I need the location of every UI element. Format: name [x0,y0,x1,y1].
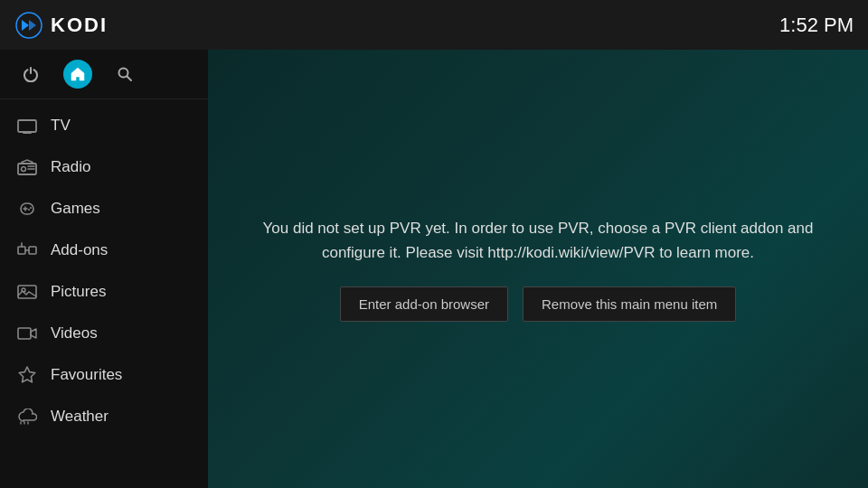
remove-menu-item-button[interactable]: Remove this main menu item [523,286,736,322]
sidebar-item-weather[interactable]: Weather [0,396,208,437]
enter-addon-browser-button[interactable]: Enter add-on browser [340,286,508,322]
radio-label: Radio [51,158,90,176]
svg-point-15 [28,209,30,211]
weather-label: Weather [51,408,108,426]
pictures-icon [16,281,38,303]
favourites-label: Favourites [51,366,122,384]
svg-point-9 [22,167,26,172]
videos-icon [16,323,38,344]
header: KODI 1:52 PM [0,0,868,50]
radio-icon [16,156,38,178]
header-left: KODI [14,11,108,40]
clock-display: 1:52 PM [779,14,854,37]
sidebar-item-pictures[interactable]: Pictures [0,271,208,313]
search-icon [117,66,133,82]
favourites-icon [16,364,38,386]
addons-icon [16,239,38,261]
sidebar-item-videos[interactable]: Videos [0,313,208,354]
sidebar-item-games[interactable]: Games [0,188,208,230]
action-buttons: Enter add-on browser Remove this main me… [340,286,737,322]
content-area: You did not set up PVR yet. In order to … [208,50,868,488]
sidebar-toolbar [0,50,208,99]
weather-icon [16,406,38,427]
kodi-logo-icon [14,11,43,40]
svg-rect-16 [18,247,25,254]
power-icon [23,66,39,82]
pvr-setup-panel: You did not set up PVR yet. In order to … [222,198,854,340]
tv-icon [16,115,38,136]
svg-rect-5 [18,120,36,132]
videos-label: Videos [51,324,98,343]
games-icon [16,198,38,220]
svg-point-14 [30,207,32,209]
sidebar-item-favourites[interactable]: Favourites [0,354,208,396]
svg-line-4 [127,77,132,81]
search-button[interactable] [110,60,139,89]
sidebar: TV Radio [0,50,208,488]
app-title: KODI [51,14,108,37]
home-icon [70,66,86,82]
addons-label: Add-ons [51,241,108,259]
tv-label: TV [51,117,71,135]
svg-marker-2 [29,20,36,31]
home-button[interactable] [63,60,92,89]
svg-rect-17 [29,247,36,254]
svg-rect-22 [18,328,31,339]
power-button[interactable] [16,60,45,89]
sidebar-item-radio[interactable]: Radio [0,146,208,188]
sidebar-item-addons[interactable]: Add-ons [0,230,208,271]
pictures-label: Pictures [51,283,106,301]
main-layout: TV Radio [0,50,868,488]
games-label: Games [51,200,100,218]
svg-rect-20 [18,286,36,298]
pvr-message-text: You did not set up PVR yet. In order to … [258,216,818,265]
sidebar-item-tv[interactable]: TV [0,105,208,146]
main-navigation: TV Radio [0,99,208,488]
svg-marker-1 [22,20,29,31]
